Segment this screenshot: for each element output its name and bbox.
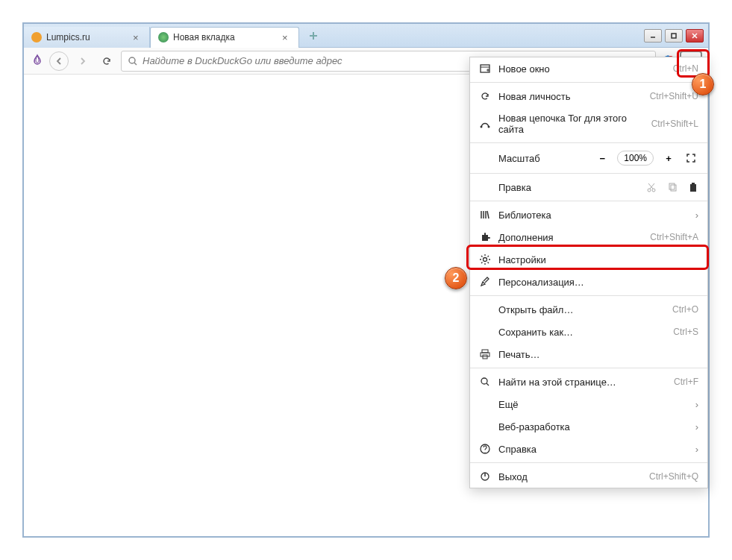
back-button[interactable] — [49, 51, 69, 71]
tab-lumpics[interactable]: Lumpics.ru × — [24, 27, 150, 48]
chevron-right-icon: › — [695, 444, 698, 455]
separator — [470, 201, 707, 201]
svg-rect-17 — [671, 185, 676, 191]
addon-icon — [479, 231, 491, 243]
tab-title: Lumpics.ru — [46, 32, 128, 43]
menu-shortcut: Ctrl+Shift+A — [650, 232, 698, 242]
menu-label: Дополнения — [498, 232, 642, 243]
print-icon — [479, 348, 491, 360]
svg-point-14 — [648, 189, 651, 192]
menu-label: Открыть файл… — [498, 304, 665, 315]
chevron-right-icon: › — [695, 210, 698, 221]
menu-shortcut: Ctrl+F — [674, 377, 698, 387]
separator — [470, 173, 707, 174]
app-menu-panel: Новое окно Ctrl+N Новая личность Ctrl+Sh… — [469, 57, 708, 488]
menu-label: Настройки — [498, 254, 698, 265]
circuit-icon — [479, 118, 491, 130]
zoom-out-button[interactable]: − — [595, 151, 610, 166]
zoom-value: 100% — [617, 151, 654, 166]
svg-line-3 — [134, 63, 137, 65]
search-icon — [128, 56, 138, 66]
fullscreen-icon[interactable] — [683, 151, 698, 166]
menu-new-identity[interactable]: Новая личность Ctrl+Shift+U — [470, 85, 707, 107]
forward-button[interactable] — [73, 51, 93, 71]
separator — [470, 368, 707, 368]
callout-2: 2 — [445, 267, 467, 289]
svg-point-2 — [129, 57, 135, 63]
menu-label: Новая цепочка Tor для этого сайта — [498, 113, 644, 135]
svg-point-24 — [484, 258, 487, 262]
menu-shortcut: Ctrl+N — [673, 63, 698, 74]
svg-point-15 — [652, 189, 655, 192]
menu-open-file[interactable]: Открыть файл… Ctrl+O — [470, 298, 707, 321]
menu-customize[interactable]: Персонализация… — [470, 271, 707, 293]
titlebar: Lumpics.ru × Новая вкладка × — [24, 24, 708, 48]
menu-library[interactable]: Библиотека › — [470, 204, 707, 226]
menu-label: Выход — [498, 471, 642, 482]
menu-label: Новая личность — [498, 91, 642, 102]
menu-help[interactable]: Справка › — [470, 438, 707, 460]
minimize-button[interactable] — [644, 29, 662, 43]
menu-settings[interactable]: Настройки — [470, 248, 707, 271]
separator — [470, 142, 707, 143]
favicon-icon — [31, 32, 42, 43]
copy-icon[interactable] — [667, 182, 678, 192]
tab-newtab[interactable]: Новая вкладка × — [150, 27, 299, 48]
menu-shortcut: Ctrl+S — [673, 327, 698, 337]
help-icon — [479, 443, 491, 455]
menu-print[interactable]: Печать… — [470, 343, 707, 365]
menu-webdev[interactable]: Веб-разработка › — [470, 415, 707, 438]
gear-icon — [479, 254, 491, 265]
menu-exit[interactable]: Выход Ctrl+Shift+Q — [470, 465, 707, 488]
menu-label: Персонализация… — [498, 277, 698, 288]
maximize-button[interactable] — [665, 29, 683, 43]
close-icon[interactable]: × — [133, 33, 142, 42]
paste-icon[interactable] — [688, 182, 698, 192]
library-icon — [479, 209, 491, 221]
menu-zoom: Масштаб − 100% + — [470, 145, 707, 171]
menu-label: Ещё — [498, 399, 688, 410]
menu-label: Новое окно — [498, 63, 666, 75]
menu-find[interactable]: Найти на этой странице… Ctrl+F — [470, 371, 707, 393]
menu-more[interactable]: Ещё › — [470, 393, 707, 415]
close-icon[interactable]: × — [282, 33, 291, 42]
search-icon — [479, 376, 491, 388]
menu-label: Печать… — [498, 349, 698, 360]
new-tab-button[interactable] — [304, 27, 323, 45]
refresh-icon — [479, 90, 491, 102]
power-icon — [479, 471, 491, 482]
zoom-in-button[interactable]: + — [661, 151, 676, 166]
window-controls — [644, 29, 708, 43]
menu-label: Сохранить как… — [498, 327, 666, 338]
svg-point-28 — [481, 378, 487, 384]
reload-button[interactable] — [97, 51, 116, 71]
menu-shortcut: Ctrl+Shift+L — [651, 119, 698, 129]
svg-line-23 — [487, 211, 489, 218]
menu-label: Найти на этой странице… — [498, 377, 666, 388]
menu-label: Справка — [498, 444, 688, 455]
menu-new-circuit[interactable]: Новая цепочка Tor для этого сайта Ctrl+S… — [470, 107, 707, 140]
menu-new-window[interactable]: Новое окно Ctrl+N — [470, 57, 707, 80]
svg-point-12 — [481, 126, 483, 128]
callout-1: 1 — [692, 73, 714, 95]
menu-label: Масштаб — [498, 153, 540, 164]
close-window-button[interactable] — [686, 29, 704, 43]
onion-icon[interactable] — [30, 54, 45, 69]
globe-icon — [158, 32, 169, 43]
menu-shortcut: Ctrl+O — [672, 304, 698, 315]
svg-rect-19 — [692, 183, 695, 185]
chevron-right-icon: › — [695, 399, 698, 410]
svg-rect-16 — [669, 183, 675, 189]
menu-save-as[interactable]: Сохранить как… Ctrl+S — [470, 321, 707, 343]
menu-edit: Правка — [470, 176, 707, 198]
svg-point-13 — [488, 126, 490, 128]
chevron-right-icon: › — [695, 421, 698, 432]
separator — [470, 462, 707, 463]
menu-shortcut: Ctrl+Shift+U — [650, 91, 698, 101]
menu-label: Библиотека — [498, 210, 688, 221]
svg-rect-1 — [672, 34, 676, 38]
menu-label: Веб-разработка — [498, 421, 688, 432]
menu-shortcut: Ctrl+Shift+Q — [649, 471, 698, 482]
menu-addons[interactable]: Дополнения Ctrl+Shift+A — [470, 226, 707, 248]
cut-icon[interactable] — [646, 182, 657, 192]
